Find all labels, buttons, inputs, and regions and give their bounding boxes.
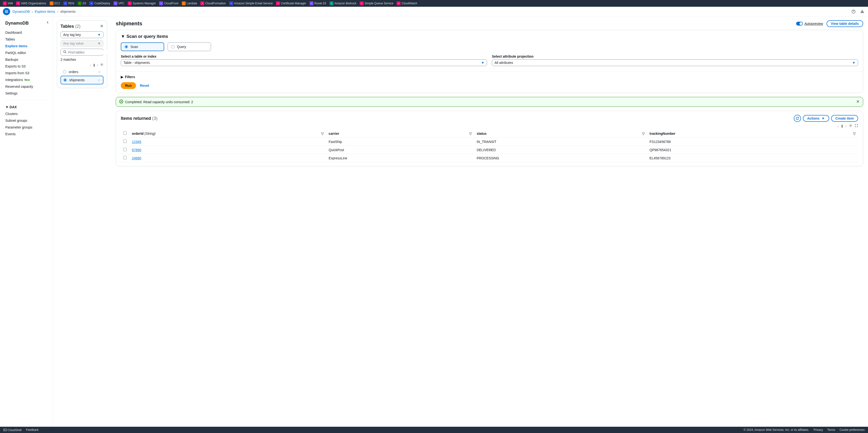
sidebar-item-subnet-groups[interactable]: Subnet groups: [0, 117, 53, 124]
service-cloudwatch[interactable]: ▪CloudWatch: [395, 1, 418, 6]
run-button[interactable]: Run: [121, 82, 136, 89]
query-tile[interactable]: Query: [167, 42, 211, 51]
sidebar-item-label: Reserved capacity: [5, 85, 33, 89]
success-flash: Completed. Read capacity units consumed:…: [116, 97, 863, 107]
order-id-link[interactable]: 12345: [132, 140, 141, 144]
breadcrumb-root[interactable]: DynamoDB: [12, 10, 30, 13]
table-index-select[interactable]: Table - shipments ▼: [121, 59, 487, 66]
find-tables-field[interactable]: [68, 51, 111, 54]
create-item-button[interactable]: Create item: [831, 115, 858, 122]
sidebar-item-dashboard[interactable]: Dashboard: [0, 29, 53, 36]
row-checkbox[interactable]: [123, 140, 127, 143]
service-label: IAM: [8, 2, 13, 5]
prev-page-icon[interactable]: ‹: [90, 63, 91, 67]
row-checkbox[interactable]: [123, 148, 127, 151]
sidebar-item-integrations[interactable]: IntegrationsNew: [0, 76, 53, 83]
items-page: 1: [841, 124, 843, 128]
collapse-sidebar-icon[interactable]: [46, 21, 50, 25]
table-row-orders[interactable]: orders☆: [61, 68, 103, 76]
dismiss-flash-icon[interactable]: [856, 100, 860, 104]
sidebar-item-reserved-capacity[interactable]: Reserved capacity: [0, 83, 53, 90]
service-amazon-simple-email-service[interactable]: ▪Amazon Simple Email Service: [228, 1, 274, 6]
service-rds[interactable]: ▪RDS: [62, 1, 76, 6]
col-label: status: [477, 132, 487, 135]
sidebar-item-partiql-editor[interactable]: PartiQL editor: [0, 50, 53, 56]
service-ec2[interactable]: ▪EC2: [48, 1, 61, 6]
reset-button[interactable]: Reset: [140, 84, 149, 88]
sort-icon[interactable]: ▽: [321, 132, 324, 135]
service-systems-manager[interactable]: ▪Systems Manager: [126, 1, 157, 6]
service-icon: ▪: [50, 1, 54, 5]
service-favorites-bar: ▪IAM▪AWS Organizations▪EC2▪RDS▪S3▪CodeDe…: [0, 0, 868, 7]
tag-key-select[interactable]: Any tag key ▼: [61, 31, 103, 38]
service-codedeploy[interactable]: ▪CodeDeploy: [88, 1, 112, 6]
gear-icon[interactable]: [100, 63, 103, 67]
order-id-link[interactable]: 24680: [132, 156, 141, 160]
service-certificate-manager[interactable]: ▪Certificate Manager: [275, 1, 308, 6]
filters-toggle[interactable]: ▶ Filters: [121, 75, 858, 79]
sort-icon[interactable]: ▽: [469, 132, 472, 135]
service-amazon-bedrock[interactable]: ▪Amazon Bedrock: [328, 1, 358, 6]
help-icon[interactable]: [850, 9, 857, 14]
items-prev-icon[interactable]: ‹: [838, 124, 839, 128]
service-route-53[interactable]: ▪Route 53: [308, 1, 328, 6]
service-lambda[interactable]: ▪Lambda: [180, 1, 198, 6]
actions-dropdown[interactable]: Actions ▼: [803, 115, 829, 122]
service-cloudfront[interactable]: ▪CloudFront: [158, 1, 180, 6]
service-s3[interactable]: ▪S3: [76, 1, 88, 6]
view-table-details-button[interactable]: View table details: [827, 20, 863, 27]
sidebar-item-explore-items[interactable]: Explore items: [0, 43, 53, 50]
fullscreen-icon[interactable]: [855, 124, 858, 128]
star-icon[interactable]: ☆: [97, 78, 100, 82]
gear-icon[interactable]: [849, 124, 852, 128]
scan-tile[interactable]: Scan: [121, 42, 164, 51]
col-orderId[interactable]: orderId (String)▽: [129, 129, 326, 138]
autopreview-label[interactable]: Autopreview: [804, 22, 823, 26]
clock-icon[interactable]: [859, 9, 865, 14]
service-label: Lambda: [187, 2, 197, 5]
caret-down-icon: ▼: [97, 41, 101, 45]
col-trackingNumber[interactable]: trackingNumber▽: [647, 129, 858, 138]
sort-icon[interactable]: ▽: [853, 132, 856, 135]
service-icon: ▪: [89, 1, 93, 5]
scan-label: Scan: [130, 45, 138, 49]
sidebar-item-label: Dashboard: [5, 31, 22, 34]
select-all-checkbox[interactable]: [123, 131, 127, 135]
service-iam[interactable]: ▪IAM: [1, 1, 14, 6]
find-tables-input[interactable]: [61, 49, 103, 56]
service-label: AWS Organizations: [21, 2, 46, 5]
sidebar-item-exports-to-s3[interactable]: Exports to S3: [0, 63, 53, 70]
service-aws-organizations[interactable]: ▪AWS Organizations: [15, 1, 48, 6]
refresh-button[interactable]: [794, 115, 801, 122]
sidebar-item-imports-from-s3[interactable]: Imports from S3: [0, 70, 53, 76]
service-label: CloudWatch: [401, 2, 417, 5]
scan-query-toggle[interactable]: ▼ Scan or query items: [121, 34, 858, 39]
dax-group-toggle[interactable]: ▼ DAX: [0, 104, 53, 111]
service-vpc[interactable]: ▪VPC: [112, 1, 126, 6]
next-page-icon[interactable]: ›: [97, 63, 98, 67]
sidebar-item-events[interactable]: Events: [0, 131, 53, 137]
col-carrier[interactable]: carrier▽: [326, 129, 474, 138]
star-icon[interactable]: ☆: [98, 70, 101, 74]
autopreview-toggle[interactable]: [796, 22, 803, 26]
service-icon: ▪: [182, 1, 186, 5]
table-row-shipments[interactable]: shipments☆: [61, 76, 103, 84]
sidebar-item-settings[interactable]: Settings: [0, 90, 53, 97]
order-id-link[interactable]: 67890: [132, 148, 141, 152]
service-simple-queue-service[interactable]: ▪Simple Queue Service: [358, 1, 395, 6]
row-checkbox[interactable]: [123, 156, 127, 159]
nav-menu-button[interactable]: [3, 8, 10, 15]
sidebar-item-backups[interactable]: Backups: [0, 56, 53, 63]
service-label: Systems Manager: [133, 2, 156, 5]
sidebar-item-label: Subnet groups: [5, 119, 27, 122]
breadcrumb-explore-items[interactable]: Explore items: [35, 10, 55, 13]
projection-select[interactable]: All attributes ▼: [492, 59, 858, 66]
col-status[interactable]: status▽: [474, 129, 647, 138]
items-next-icon[interactable]: ›: [845, 124, 846, 128]
close-icon[interactable]: [100, 24, 103, 28]
sort-icon[interactable]: ▽: [642, 132, 645, 135]
service-cloudformation[interactable]: ▪CloudFormation: [199, 1, 227, 6]
sidebar-item-parameter-groups[interactable]: Parameter groups: [0, 124, 53, 131]
sidebar-item-clusters[interactable]: Clusters: [0, 111, 53, 117]
sidebar-item-tables[interactable]: Tables: [0, 36, 53, 43]
